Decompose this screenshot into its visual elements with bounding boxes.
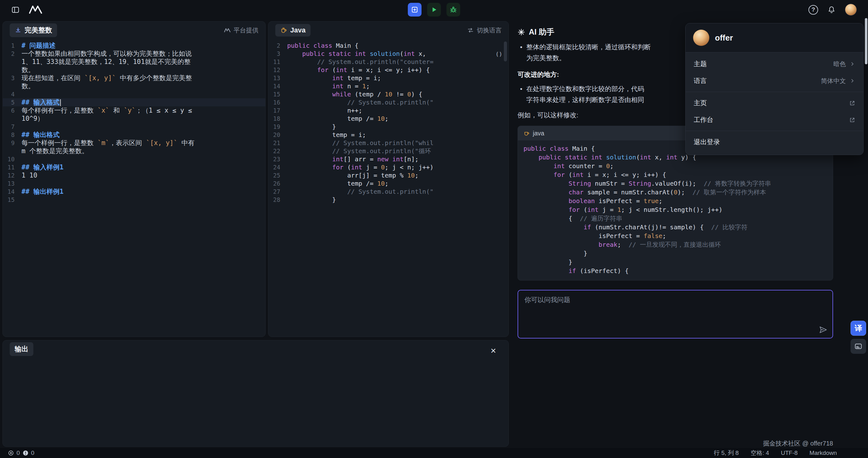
code-line: int counter = 0;: [524, 162, 827, 170]
editor-line[interactable]: 12 for (int i = x; i <= y; i++) {: [269, 66, 508, 74]
editor-line[interactable]: 4: [3, 90, 265, 98]
editor-line[interactable]: 28 }: [269, 196, 508, 204]
indent-setting[interactable]: 空格: 4: [750, 449, 769, 457]
send-icon[interactable]: [819, 325, 828, 334]
external-link-icon: [849, 117, 855, 123]
code-editor-panel: Java 切换语言 2public class Main {3 public s…: [268, 21, 509, 337]
output-panel-header: 输出: [3, 340, 508, 358]
avatar: [693, 30, 709, 46]
editor-line[interactable]: 5## 输入格式: [3, 98, 265, 106]
editor-line[interactable]: 25 arr[j] = temp % 10;: [269, 171, 508, 179]
code-line: }: [524, 258, 827, 266]
notifications-bell-icon[interactable]: [828, 6, 836, 14]
editor-line[interactable]: 11 // System.out.println("counter=: [269, 58, 508, 66]
editor-line[interactable]: 3 public static int solution(int x,: [269, 50, 508, 58]
editor-line[interactable]: 3现在想知道，在区间 `[x, y]` 中有多少个整数是完美整数。: [3, 74, 265, 90]
editor-line[interactable]: 1# 问题描述: [3, 41, 265, 50]
community-credit: 掘金技术社区 @ offer718: [518, 439, 833, 448]
menu-item-workspace[interactable]: 工作台: [686, 111, 863, 128]
download-icon: [14, 27, 22, 34]
code-line: for (int i = x; i <= y; i++) {: [524, 170, 827, 179]
provider-label: 平台提供: [224, 26, 258, 35]
code-editor[interactable]: 2public class Main {3 public static int …: [269, 39, 508, 204]
app-logo-icon[interactable]: [28, 5, 43, 15]
editor-line[interactable]: 24 for (int j = 0; j < n; j++): [269, 163, 508, 171]
editor-scrollbar[interactable]: [504, 41, 507, 61]
editor-line[interactable]: 18 temp /= 10;: [269, 115, 508, 123]
fold-indicator[interactable]: (): [495, 51, 502, 57]
editor-line[interactable]: 14 int n = 1;: [269, 82, 508, 90]
sidebar-toggle-icon[interactable]: [11, 6, 20, 14]
problem-panel: 完美整数 平台提供 1# 问题描述2一个整数如果由相同数字构成，可以称为完美整数…: [2, 21, 266, 337]
editor-line[interactable]: 23 int[] arr = new int[n];: [269, 155, 508, 163]
problem-title-chip[interactable]: 完美整数: [10, 23, 57, 37]
status-bar: 0 0 行 5, 列 8 空格: 4 UTF-8 Markdown: [0, 448, 868, 458]
editor-line[interactable]: 11## 输入样例1: [3, 163, 265, 171]
chevron-right-icon: [849, 78, 855, 84]
ai-chat-input[interactable]: [518, 290, 833, 338]
user-menu-header: offer: [686, 23, 863, 52]
subtitles-panel-button[interactable]: [850, 339, 866, 354]
editor-line[interactable]: 15: [3, 196, 265, 204]
code-block-body: public class Main { public static int so…: [518, 140, 833, 280]
output-title-chip: 输出: [10, 342, 33, 356]
menu-divider: [686, 92, 863, 92]
editor-line[interactable]: 14## 输出样例1: [3, 188, 265, 196]
sparkle-icon: [518, 28, 525, 36]
editor-line[interactable]: 20 temp = i;: [269, 131, 508, 139]
cursor-position[interactable]: 行 5, 列 8: [714, 449, 739, 457]
user-avatar[interactable]: [845, 4, 857, 16]
java-cup-icon: [524, 130, 530, 136]
code-line: if (numStr.charAt(j)!= sample) { // 比较字符: [524, 223, 827, 231]
editor-line[interactable]: 121 10: [3, 171, 265, 179]
editor-line[interactable]: 10: [3, 155, 265, 163]
menu-item-logout[interactable]: 退出登录: [686, 134, 863, 150]
debug-button[interactable]: [446, 3, 460, 17]
ai-panel-title: AI 助手: [529, 27, 554, 37]
editor-line[interactable]: 8## 输出格式: [3, 131, 265, 139]
editor-line[interactable]: 13: [3, 179, 265, 188]
editor-line[interactable]: 19 }: [269, 123, 508, 131]
translate-button[interactable]: 译: [850, 321, 866, 336]
language-mode[interactable]: Markdown: [809, 450, 837, 456]
chevron-right-icon: [849, 61, 855, 67]
editor-line[interactable]: 27 // System.out.println(": [269, 188, 508, 196]
page-scrollbar[interactable]: [865, 18, 867, 64]
problem-panel-header: 完美整数 平台提供: [3, 22, 265, 39]
editor-line[interactable]: 16 // System.out.println(": [269, 98, 508, 106]
editor-line[interactable]: 15 while (temp / 10 != 0) {: [269, 90, 508, 98]
editor-line[interactable]: 2一个整数如果由相同数字构成，可以称为完美整数；比如说1、11、333就是完美整…: [3, 50, 265, 74]
editor-line[interactable]: 17 n++;: [269, 106, 508, 115]
editor-line[interactable]: 7: [3, 123, 265, 131]
editor-line[interactable]: 9每一个样例一行，是整数 `m`，表示区间 `[x, y]` 中有 m 个整数是…: [3, 139, 265, 155]
code-line: }: [524, 249, 827, 258]
menu-item-theme[interactable]: 主题 暗色: [686, 56, 863, 73]
problem-editor[interactable]: 1# 问题描述2一个整数如果由相同数字构成，可以称为完美整数；比如说1、11、3…: [3, 39, 265, 204]
encoding[interactable]: UTF-8: [781, 450, 798, 456]
editor-line[interactable]: 21 // System.out.println("whil: [269, 139, 508, 147]
problem-title: 完美整数: [25, 26, 52, 35]
insert-block-button[interactable]: [408, 3, 422, 17]
errors-icon[interactable]: [8, 450, 14, 456]
editor-line[interactable]: 22 // System.out.println("循环: [269, 147, 508, 155]
platform-logo-icon: [224, 28, 231, 33]
language-tab-java[interactable]: Java: [275, 24, 311, 36]
swap-arrows-icon: [467, 27, 474, 34]
switch-language-button[interactable]: 切换语言: [467, 26, 502, 35]
help-icon[interactable]: ?: [808, 5, 818, 15]
external-link-icon: [849, 100, 855, 106]
editor-line[interactable]: 26 temp /= 10;: [269, 179, 508, 188]
run-button[interactable]: [427, 3, 441, 17]
output-panel: 输出 ×: [2, 340, 509, 447]
editor-line[interactable]: 6每个样例有一行，是整数 `x` 和 `y`；（1 ≤ x ≤ y ≤ 10^9…: [3, 106, 265, 123]
menu-divider: [686, 131, 863, 131]
editor-line[interactable]: 2public class Main {: [269, 41, 508, 50]
menu-item-home[interactable]: 主页: [686, 94, 863, 111]
close-icon[interactable]: ×: [490, 346, 496, 355]
ai-chat-box: [518, 290, 833, 339]
errors-count: 0: [17, 450, 20, 456]
editor-line[interactable]: 13 int temp = i;: [269, 74, 508, 82]
code-block-language: java: [533, 130, 545, 137]
menu-item-language[interactable]: 语言 简体中文: [686, 73, 863, 89]
warnings-icon[interactable]: [23, 450, 28, 456]
